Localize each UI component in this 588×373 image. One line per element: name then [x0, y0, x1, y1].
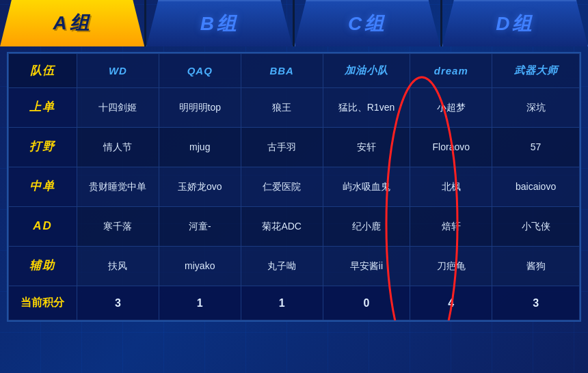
cell-4-bba: 丸子呦 — [241, 247, 323, 286]
cell-1-dream: Floraovo — [410, 128, 492, 167]
header-jy: 加油小队 — [323, 54, 410, 88]
table-row-2: 中单 贵财睡觉中单 玉娇龙ovo 仁爱医院 屿水吸血鬼 北枫 baicaiovo — [9, 167, 580, 207]
cell-0-dream: 小超梦 — [410, 88, 492, 128]
cell-4-qaq: miyako — [159, 247, 241, 286]
tab-B[interactable]: B组 — [146, 0, 292, 46]
role-1: 打野 — [9, 128, 77, 167]
cell-2-dream: 北枫 — [410, 167, 492, 207]
cell-4-dream: 刀疤龟 — [410, 247, 492, 286]
cell-2-wq: baicaiovo — [492, 167, 580, 207]
cell-0-wq: 深坑 — [492, 88, 580, 128]
cell-1-bba: 古手羽 — [241, 128, 323, 167]
table-row-1: 打野 情人节 mjug 古手羽 安轩 Floraovo 57 — [9, 128, 580, 167]
header-dream: dream — [410, 54, 492, 88]
cell-0-wd: 十四剑姬 — [77, 88, 159, 128]
table-header-row: 队伍 WD QAQ BBA 加油小队 dream 武器大师 — [9, 54, 580, 88]
cell-3-jy: 纪小鹿 — [323, 207, 410, 247]
score-dream: 4 — [410, 286, 492, 320]
table-row-4: 辅助 扶风 miyako 丸子呦 早安酱ii 刀疤龟 酱狗 — [9, 247, 580, 286]
header-wd: WD — [77, 54, 159, 88]
cell-3-qaq: 河童- — [159, 207, 241, 247]
cell-1-jy: 安轩 — [323, 128, 410, 167]
tab-divider-3 — [440, 0, 442, 46]
table-container: 队伍 WD QAQ BBA 加油小队 dream 武器大师 上单 十四剑姬 明明… — [7, 52, 581, 322]
cell-4-wd: 扶风 — [77, 247, 159, 286]
cell-0-qaq: 明明明top — [159, 88, 241, 128]
cell-1-wd: 情人节 — [77, 128, 159, 167]
cell-1-qaq: mjug — [159, 128, 241, 167]
tab-D-label: D组 — [496, 11, 534, 37]
tab-A[interactable]: A组 — [0, 0, 144, 46]
tab-B-label: B组 — [200, 11, 239, 37]
role-0: 上单 — [9, 88, 77, 128]
score-row: 当前积分 3 1 1 0 4 3 — [9, 286, 580, 320]
header-role: 队伍 — [9, 54, 77, 88]
score-wd: 3 — [77, 286, 159, 320]
table-row-3: AD 寒千落 河童- 菊花ADC 纪小鹿 焙轩 小飞侠 — [9, 207, 580, 247]
cell-1-wq: 57 — [492, 128, 580, 167]
tab-A-label: A组 — [53, 10, 92, 36]
main-container: A组 B组 C组 D组 — [0, 0, 588, 373]
tab-divider-1 — [144, 0, 146, 46]
header-qaq: QAQ — [159, 54, 241, 88]
header-bba: BBA — [241, 54, 323, 88]
tab-C[interactable]: C组 — [295, 0, 440, 46]
header-wq: 武器大师 — [492, 54, 580, 88]
cell-4-wq: 酱狗 — [492, 247, 580, 286]
tab-bar: A组 B组 C组 D组 — [0, 0, 588, 46]
role-2: 中单 — [9, 167, 77, 207]
tab-D[interactable]: D组 — [442, 0, 588, 46]
cell-2-jy: 屿水吸血鬼 — [323, 167, 410, 207]
table-wrapper: 队伍 WD QAQ BBA 加油小队 dream 武器大师 上单 十四剑姬 明明… — [8, 53, 580, 320]
score-jy: 0 — [323, 286, 410, 320]
cell-2-wd: 贵财睡觉中单 — [77, 167, 159, 207]
score-wq: 3 — [492, 286, 580, 320]
score-qaq: 1 — [159, 286, 241, 320]
cell-0-jy: 猛比、R1ven — [323, 88, 410, 128]
tab-C-label: C组 — [348, 11, 386, 37]
tab-divider-2 — [293, 0, 295, 46]
role-4: 辅助 — [9, 247, 77, 286]
cell-3-dream: 焙轩 — [410, 207, 492, 247]
cell-3-wd: 寒千落 — [77, 207, 159, 247]
cell-4-jy: 早安酱ii — [323, 247, 410, 286]
cell-2-bba: 仁爱医院 — [241, 167, 323, 207]
score-bba: 1 — [241, 286, 323, 320]
role-3: AD — [9, 207, 77, 247]
cell-3-wq: 小飞侠 — [492, 207, 580, 247]
cell-3-bba: 菊花ADC — [241, 207, 323, 247]
score-role: 当前积分 — [9, 286, 77, 320]
table-row-0: 上单 十四剑姬 明明明top 狼王 猛比、R1ven 小超梦 深坑 — [9, 88, 580, 128]
cell-2-qaq: 玉娇龙ovo — [159, 167, 241, 207]
cell-0-bba: 狼王 — [241, 88, 323, 128]
data-table: 队伍 WD QAQ BBA 加油小队 dream 武器大师 上单 十四剑姬 明明… — [8, 53, 580, 320]
